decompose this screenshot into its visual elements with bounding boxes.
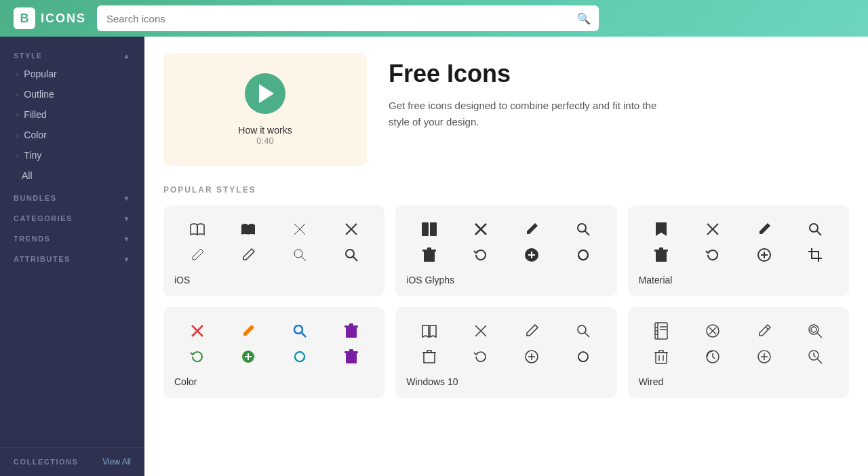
wired-clock-refresh bbox=[690, 346, 736, 367]
icon-pencil-medium bbox=[226, 245, 272, 265]
wired-add-clock bbox=[741, 346, 787, 367]
color-trash-2 bbox=[328, 346, 374, 367]
svg-line-5 bbox=[301, 256, 306, 261]
glyph-pencil bbox=[509, 219, 555, 239]
attributes-collapse-icon[interactable]: ▼ bbox=[123, 256, 131, 263]
svg-point-64 bbox=[811, 327, 816, 332]
style-card-windows[interactable]: Windows 10 bbox=[395, 307, 616, 398]
svg-rect-26 bbox=[659, 247, 663, 250]
style-card-wired[interactable]: Wired bbox=[628, 307, 849, 398]
glyph-book bbox=[406, 219, 452, 239]
material-add-circle bbox=[741, 245, 787, 265]
win-sync bbox=[560, 346, 606, 367]
svg-rect-47 bbox=[424, 353, 435, 363]
color-add bbox=[226, 346, 272, 367]
win-x bbox=[458, 321, 504, 341]
glyph-loop bbox=[560, 245, 606, 265]
color-x bbox=[174, 321, 220, 341]
style-card-ios-glyphs[interactable]: iOS Glyphs bbox=[395, 205, 616, 296]
svg-rect-34 bbox=[346, 327, 357, 338]
icon-search-thick bbox=[328, 245, 374, 265]
sidebar-item-color[interactable]: › Color bbox=[0, 125, 144, 145]
svg-line-74 bbox=[817, 359, 822, 363]
svg-rect-24 bbox=[656, 251, 667, 262]
material-trash bbox=[639, 245, 685, 265]
video-label: How it works 0:40 bbox=[238, 125, 292, 146]
style-card-material[interactable]: Material bbox=[628, 205, 849, 296]
page-description: Get free icons designed to combine perfe… bbox=[389, 98, 660, 130]
categories-collapse-icon[interactable]: ▼ bbox=[123, 215, 131, 222]
wired-notebook bbox=[639, 321, 685, 341]
top-section: How it works 0:40 Free Icons Get free ic… bbox=[163, 53, 849, 166]
search-bar: 🔍 bbox=[97, 5, 599, 31]
glyph-x bbox=[458, 219, 504, 239]
hero-text: Free Icons Get free icons designed to co… bbox=[389, 53, 849, 166]
material-x bbox=[690, 219, 736, 239]
glyph-trash bbox=[406, 245, 452, 265]
sidebar-item-tiny[interactable]: › Tiny bbox=[0, 145, 144, 165]
sidebar-item-outline[interactable]: › Outline bbox=[0, 84, 144, 104]
style-card-ios[interactable]: iOS bbox=[163, 205, 384, 296]
win-pencil bbox=[509, 321, 555, 341]
material-icons bbox=[639, 219, 838, 265]
wired-search-time bbox=[792, 346, 838, 367]
color-search bbox=[277, 321, 323, 341]
sidebar-item-filled[interactable]: › Filled bbox=[0, 104, 144, 125]
color-pencil bbox=[226, 321, 272, 341]
glyph-search bbox=[560, 219, 606, 239]
ios-icons bbox=[174, 219, 374, 265]
logo-icon: B bbox=[14, 7, 35, 29]
svg-rect-40 bbox=[346, 353, 357, 363]
wired-search-circle bbox=[792, 321, 838, 341]
material-search bbox=[792, 219, 838, 239]
svg-rect-16 bbox=[427, 247, 431, 250]
material-refresh bbox=[690, 245, 736, 265]
sidebar-inner: STYLE ▲ › Popular › Outline › Filled › C… bbox=[0, 37, 144, 476]
icon-x-thin bbox=[277, 219, 323, 239]
app-header: B ICONS 🔍 bbox=[0, 0, 868, 37]
icon-search-thin bbox=[277, 245, 323, 265]
material-label: Material bbox=[639, 275, 838, 285]
ios-glyphs-icons bbox=[406, 219, 606, 265]
material-pencil bbox=[741, 219, 787, 239]
video-card[interactable]: How it works 0:40 bbox=[163, 53, 367, 166]
trends-collapse-icon[interactable]: ▼ bbox=[123, 235, 131, 243]
color-icons bbox=[174, 321, 374, 367]
styles-grid: iOS bbox=[163, 205, 849, 398]
glyph-refresh bbox=[458, 245, 504, 265]
search-input[interactable] bbox=[97, 5, 599, 31]
video-title: How it works bbox=[238, 125, 292, 136]
color-sync bbox=[277, 346, 323, 367]
svg-line-7 bbox=[353, 256, 357, 261]
style-collapse-icon[interactable]: ▲ bbox=[123, 52, 131, 60]
wired-label: Wired bbox=[639, 376, 838, 387]
win-refresh bbox=[458, 346, 504, 367]
sidebar: STYLE ▲ › Popular › Outline › Filled › C… bbox=[0, 37, 144, 476]
wired-icons bbox=[639, 321, 838, 367]
wired-trash bbox=[639, 346, 685, 367]
windows-label: Windows 10 bbox=[406, 376, 606, 387]
material-bookmark bbox=[639, 219, 685, 239]
svg-rect-9 bbox=[430, 222, 437, 236]
sidebar-bundles-section: BUNDLES ▼ bbox=[0, 186, 144, 206]
bundles-collapse-icon[interactable]: ▼ bbox=[123, 195, 131, 202]
sidebar-item-all[interactable]: All bbox=[0, 165, 144, 186]
view-all-link[interactable]: View All bbox=[102, 457, 131, 467]
sidebar-collections: COLLECTIONS View All bbox=[0, 447, 144, 476]
color-trash bbox=[328, 321, 374, 341]
style-card-color[interactable]: Color bbox=[163, 307, 384, 398]
sidebar-item-popular[interactable]: › Popular bbox=[0, 64, 144, 84]
svg-line-62 bbox=[766, 327, 768, 330]
glyph-add-circle bbox=[509, 245, 555, 265]
play-icon bbox=[259, 84, 274, 103]
win-add bbox=[509, 346, 555, 367]
svg-line-65 bbox=[817, 333, 822, 338]
windows-icons bbox=[406, 321, 606, 367]
play-button[interactable] bbox=[245, 73, 285, 114]
win-book bbox=[406, 321, 452, 341]
logo-area: B ICONS bbox=[14, 7, 86, 29]
ios-glyphs-label: iOS Glyphs bbox=[406, 275, 606, 285]
video-duration: 0:40 bbox=[238, 136, 292, 146]
wired-x-circle bbox=[690, 321, 736, 341]
sidebar-attributes-section: ATTRIBUTES ▼ bbox=[0, 247, 144, 267]
